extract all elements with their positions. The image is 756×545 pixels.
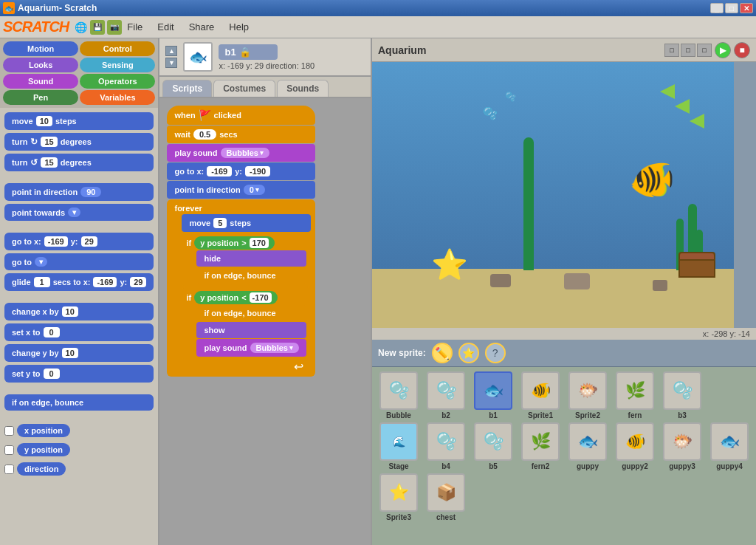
nav-down-btn[interactable]: ▼ bbox=[165, 58, 177, 68]
cat-pen-btn[interactable]: Pen bbox=[3, 90, 78, 105]
sprite-thumb-fern2[interactable]: 🌿 fern2 bbox=[518, 422, 563, 470]
if-block-1[interactable]: if y position > 170 hide if on edge, bou… bbox=[182, 233, 310, 287]
nav-up-btn[interactable]: ▲ bbox=[165, 46, 177, 56]
sprite-thumb-guppy2[interactable]: 🐠 guppy2 bbox=[613, 422, 657, 470]
goto-xy-block[interactable]: go to x: -169 y: 29 bbox=[4, 233, 154, 250]
goto-xy-script-block[interactable]: go to x: -169 y: -190 bbox=[167, 162, 315, 180]
wait-block[interactable]: wait 0.5 secs bbox=[167, 126, 315, 143]
change-y-block[interactable]: change y by 10 bbox=[4, 344, 154, 362]
menu-items: File Edit Share Help bbox=[124, 20, 252, 34]
cat-sound-btn[interactable]: Sound bbox=[3, 74, 78, 89]
x-position-checkbox[interactable] bbox=[4, 426, 14, 436]
sprite-panel-header: New sprite: ✏️ ⭐ ? bbox=[372, 340, 756, 367]
if-condition-1: y position > 170 bbox=[194, 236, 275, 250]
point-dir-value[interactable]: 0▾ bbox=[244, 185, 265, 195]
rock-1 bbox=[490, 274, 511, 287]
cat-sensing-btn[interactable]: Sensing bbox=[80, 58, 155, 72]
direction-check[interactable]: direction bbox=[4, 461, 154, 477]
camera-icon[interactable]: 📷 bbox=[107, 20, 122, 35]
bounce-block-2[interactable]: if on edge, bounce bbox=[196, 305, 306, 321]
bounce-block-1[interactable]: if on edge, bounce bbox=[196, 267, 306, 284]
set-x-block[interactable]: set x to 0 bbox=[4, 323, 154, 341]
script-tabs: Scripts Costumes Sounds bbox=[159, 77, 371, 98]
sprite-info-bar: ▲ ▼ 🐟 b1 🔒 x: -169 y: 29 direction: 180 bbox=[159, 38, 371, 77]
sprite-thumb-bubble[interactable]: 🫧 Bubble bbox=[377, 371, 421, 419]
script-goto-y[interactable]: -190 bbox=[245, 166, 270, 176]
save-icon[interactable]: 💾 bbox=[90, 20, 105, 35]
bounce-block[interactable]: if on edge, bounce bbox=[4, 394, 154, 411]
if-block-2[interactable]: if y position < -170 if on edge, bounce … bbox=[182, 287, 310, 360]
play-sound-block[interactable]: play sound Bubbles▾ bbox=[167, 144, 315, 162]
block-categories: Motion Control Looks Sensing Sound Opera… bbox=[0, 38, 158, 108]
move-steps-block[interactable]: move 5 steps bbox=[182, 214, 310, 232]
change-x-block[interactable]: change x by 10 bbox=[4, 303, 154, 321]
sprite-thumb-b3[interactable]: 🫧 b3 bbox=[660, 371, 704, 419]
sprite-thumb-guppy[interactable]: 🐟 guppy bbox=[566, 422, 610, 470]
menu-edit[interactable]: Edit bbox=[154, 20, 176, 34]
point-dir-script-block[interactable]: point in direction 0▾ bbox=[167, 181, 315, 199]
tab-scripts[interactable]: Scripts bbox=[162, 80, 212, 97]
minimize-button[interactable]: _ bbox=[710, 3, 724, 13]
stage-canvas: 🐠 ⭐ 🫧 🫧 bbox=[372, 62, 734, 328]
fish-tri-2 bbox=[675, 99, 690, 114]
turn-cw-block[interactable]: turn ↻ 15 degrees bbox=[4, 133, 154, 151]
cat-control-btn[interactable]: Control bbox=[80, 41, 155, 56]
point-direction-block[interactable]: point in direction 90 bbox=[4, 183, 154, 201]
close-button[interactable]: ✕ bbox=[740, 3, 753, 13]
menu-share[interactable]: Share bbox=[186, 20, 218, 34]
sound-dropdown-2[interactable]: Bubbles▾ bbox=[250, 343, 299, 353]
layout-small-btn[interactable]: □ bbox=[664, 44, 679, 57]
sprite-thumb-b4[interactable]: 🫧 b4 bbox=[424, 422, 468, 470]
sprite-thumb-chest[interactable]: 📦 chest bbox=[424, 473, 468, 521]
paint-new-sprite-btn[interactable]: ✏️ bbox=[432, 343, 453, 363]
maximize-button[interactable]: □ bbox=[725, 3, 738, 13]
layout-large-btn[interactable]: □ bbox=[697, 44, 712, 57]
sprite-thumb-stage[interactable]: 🌊 Stage bbox=[377, 422, 421, 470]
move-steps-val[interactable]: 5 bbox=[213, 218, 227, 228]
play-sound-block-2[interactable]: play sound Bubbles▾ bbox=[196, 339, 306, 357]
sprite-thumb-sprite2[interactable]: 🐡 Sprite2 bbox=[566, 371, 610, 419]
sprite-thumb-guppy4[interactable]: 🐟 guppy4 bbox=[707, 422, 752, 470]
cat-motion-btn[interactable]: Motion bbox=[3, 41, 78, 56]
sprite-thumb-fern[interactable]: 🌿 fern bbox=[613, 371, 657, 419]
y-position-checkbox[interactable] bbox=[4, 445, 14, 455]
star-new-sprite-btn[interactable]: ⭐ bbox=[458, 343, 479, 363]
sprite-thumb-guppy3[interactable]: 🐡 guppy3 bbox=[660, 422, 704, 470]
sprite-thumb-b2[interactable]: 🫧 b2 bbox=[424, 371, 468, 419]
sprite-panel: New sprite: ✏️ ⭐ ? 🫧 Bubble 🫧 b2 bbox=[372, 340, 756, 545]
if-condition-2: y position < -170 bbox=[194, 291, 277, 304]
layout-medium-btn[interactable]: □ bbox=[681, 44, 695, 57]
y-position-check[interactable]: y position bbox=[4, 442, 154, 458]
menu-help[interactable]: Help bbox=[226, 20, 252, 34]
menu-file[interactable]: File bbox=[124, 20, 145, 34]
script-goto-x[interactable]: -169 bbox=[207, 166, 232, 176]
set-y-block[interactable]: set y to 0 bbox=[4, 365, 154, 383]
goto-block[interactable]: go to ▾ bbox=[4, 253, 154, 270]
x-position-check[interactable]: x position bbox=[4, 422, 154, 439]
tab-costumes[interactable]: Costumes bbox=[213, 80, 275, 97]
glide-block[interactable]: glide 1 secs to x: -169 y: 29 bbox=[4, 273, 154, 291]
sprite-thumb-b1[interactable]: 🐟 b1 bbox=[471, 371, 515, 419]
when-flag-block[interactable]: when 🚩 clicked bbox=[167, 106, 315, 125]
point-towards-block[interactable]: point towards ▾ bbox=[4, 204, 154, 221]
wait-value[interactable]: 0.5 bbox=[193, 129, 216, 140]
direction-checkbox[interactable] bbox=[4, 465, 14, 474]
sprite-thumb-sprite3[interactable]: ⭐ Sprite3 bbox=[377, 473, 421, 521]
turn-ccw-block[interactable]: turn ↺ 15 degrees bbox=[4, 154, 154, 171]
cat-operators-btn[interactable]: Operators bbox=[80, 74, 155, 89]
sprite-thumb-b5[interactable]: 🫧 b5 bbox=[471, 422, 515, 470]
hide-block[interactable]: hide bbox=[196, 250, 306, 267]
sprite-grid: 🫧 Bubble 🫧 b2 🐟 b1 🐠 Sprite1 bbox=[372, 367, 756, 545]
stop-btn[interactable]: ■ bbox=[734, 42, 750, 58]
tab-sounds[interactable]: Sounds bbox=[277, 80, 329, 97]
show-block[interactable]: show bbox=[196, 322, 306, 338]
sprite-thumb-sprite1[interactable]: 🐠 Sprite1 bbox=[518, 371, 563, 419]
sprite-name-box: b1 🔒 bbox=[219, 44, 278, 60]
sound-dropdown[interactable]: Bubbles▾ bbox=[221, 148, 269, 158]
green-flag-btn[interactable]: ▶ bbox=[715, 42, 731, 58]
cat-variables-btn[interactable]: Variables bbox=[80, 90, 155, 105]
forever-block[interactable]: forever move 5 steps if bbox=[167, 199, 315, 377]
library-new-sprite-btn[interactable]: ? bbox=[485, 343, 506, 363]
cat-looks-btn[interactable]: Looks bbox=[3, 58, 78, 72]
move-block[interactable]: move 10 steps bbox=[4, 112, 154, 130]
